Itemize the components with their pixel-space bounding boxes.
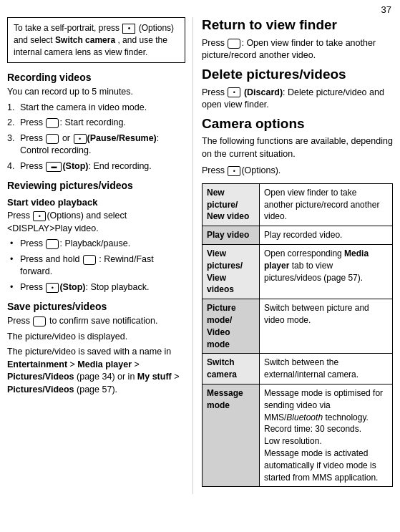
tip-text: To take a self-portrait, press [14,23,119,33]
step-2-text: Press : Start recording. [20,117,126,130]
step-3-num: 3. [7,132,20,158]
table-cell-label-message-mode: Message mode [203,385,260,487]
bullet-2: • Press and hold : Rewind/Fast forward. [7,253,185,279]
step-3-button2: • [74,134,87,144]
save-confirm-button [33,316,46,327]
start-video-para: Press •(Options) and select <DISPLAY>Pla… [7,210,185,235]
table-cell-label-picture-mode: Picture mode/ Video mode [203,299,260,354]
delete-heading: Delete pictures/videos [202,67,393,83]
table-row-view-pictures: View pictures/ View videos Open correspo… [203,245,393,299]
table-cell-label-switch-camera: Switch camera [203,354,260,385]
bullet-3: • Press •(Stop): Stop playback. [7,281,185,294]
options-table: New picture/ New video Open view finder … [202,183,393,488]
table-row-new-picture: New picture/ New video Open view finder … [203,183,393,226]
tip-bold-text: Switch camera [55,35,115,45]
save-para1: Press to confirm save notification. [7,315,185,328]
recording-videos-heading: Recording videos [7,72,185,83]
left-column: To take a self-portrait, press • (Option… [0,17,193,494]
table-cell-label-view-pictures: View pictures/ View videos [203,245,260,299]
step-4-bold: (Stop) [62,161,88,171]
bullet-dot-1: • [10,238,20,251]
reviewing-heading: Reviewing pictures/videos [7,180,185,191]
table-cell-desc-picture-mode: Switch between picture and video mode. [260,299,393,354]
tip-box: To take a self-portrait, press • (Option… [7,17,185,63]
page-number: 37 [381,4,391,15]
step-4: 4. Press ▬(Stop): End recording. [7,160,185,173]
step-1-num: 1. [7,102,20,115]
start-video-playback-heading: Start video playback [7,197,185,208]
bullet-2-text: Press and hold : Rewind/Fast forward. [20,253,185,279]
table-cell-desc-switch-camera: Switch between the external/internal cam… [260,354,393,385]
table-row-switch-camera: Switch camera Switch between the externa… [203,354,393,385]
recording-intro: You can record up to 5 minutes. [7,86,185,99]
table-cell-label-play-video: Play video [203,226,260,245]
bullet-dot-3: • [10,281,20,294]
save-para3: The picture/video is saved with a name i… [7,346,185,396]
my-stuff-bold: My stuff [137,372,172,382]
camera-options-para2: Press •(Options). [202,165,393,178]
bullet-3-text: Press •(Stop): Stop playback. [20,281,150,294]
step-3-bold: (Pause/Resume) [87,133,157,143]
return-finder-para: Press : Open view finder to take another… [202,37,393,62]
return-finder-button [228,39,240,49]
step-4-num: 4. [7,160,20,173]
rewind-button [83,255,96,265]
right-column: Return to view finder Press : Open view … [193,17,400,494]
save-heading: Save pictures/videos [7,301,185,312]
table-cell-desc-view-pictures: Open corresponding Media player tab to v… [260,245,393,299]
step-2: 2. Press : Start recording. [7,117,185,130]
step-3-text: Press or •(Pause/Resume): Control record… [20,132,185,158]
table-cell-label-new-picture: New picture/ New video [203,183,260,226]
bullet-1-text: Press : Playback/pause. [20,238,130,251]
options-button-icon: • [122,24,135,34]
step-4-stop-button: ▬ [46,162,62,172]
return-finder-heading: Return to view finder [202,17,393,34]
save-para2: The picture/video is displayed. [7,331,185,344]
table-cell-desc-new-picture: Open view finder to take another picture… [260,183,393,226]
stop-label: (Stop) [59,282,85,292]
bullet-dot-2: • [10,253,20,279]
table-row-picture-mode: Picture mode/ Video mode Switch between … [203,299,393,354]
step-1: 1. Start the camera in video mode. [7,102,185,115]
step-3: 3. Press or •(Pause/Resume): Control rec… [7,132,185,158]
discard-button: • [228,87,240,97]
stop-btn: • [46,283,59,293]
table-row-message-mode: Message mode Message mode is optimised f… [203,385,393,487]
options-btn: • [33,211,46,221]
playback-button [46,239,59,249]
step-2-num: 2. [7,117,20,130]
camera-options-para1: The following functions are available, d… [202,135,393,160]
options-btn2: • [228,166,240,176]
delete-para: Press • (Discard): Delete picture/video … [202,87,393,112]
bluetooth-text: Bluetooth [286,412,323,422]
step-3-button1 [46,134,59,144]
media-player-bold: Media player [77,359,132,369]
pictures-videos-bold1: Pictures/Videos [7,372,74,382]
table-row-play-video: Play video Play recorded video. [203,226,393,245]
pictures-videos-bold2: Pictures/Videos [7,385,74,395]
step-1-text: Start the camera in video mode. [20,102,147,115]
table-cell-desc-play-video: Play recorded video. [260,226,393,245]
media-player-ref: Media player [264,248,369,271]
bullet-1: • Press : Playback/pause. [7,238,185,251]
table-cell-desc-message-mode: Message mode is optimised for sending vi… [260,385,393,487]
step-2-button [46,118,59,128]
camera-options-heading: Camera options [202,116,393,132]
entertainment-bold: Entertainment [7,359,67,369]
discard-bold: (Discard) [244,87,283,97]
step-4-text: Press ▬(Stop): End recording. [20,160,152,173]
